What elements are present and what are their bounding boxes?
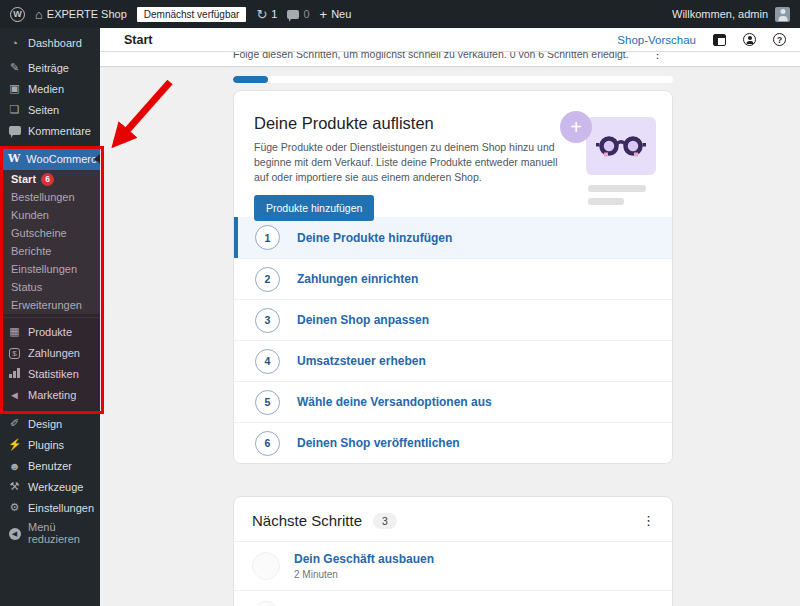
- next-steps-card: Nächste Schritte 3 ⋮ Dein Geschäft ausba…: [233, 496, 673, 606]
- hero-description: Füge Produkte oder Dienstleistungen zu d…: [254, 140, 559, 186]
- sidebar-subitem-berichte[interactable]: Berichte: [0, 242, 100, 260]
- sidebar-item-plugins[interactable]: ⚡ Plugins: [0, 434, 100, 455]
- comment-count: 0: [303, 8, 309, 20]
- placeholder-bar: [588, 198, 624, 205]
- products-icon: ▦: [8, 325, 21, 338]
- site-name-link[interactable]: ⌂ EXPERTE Shop: [35, 7, 127, 22]
- sidebar-item-comments[interactable]: Kommentare: [0, 120, 100, 141]
- payments-icon: $: [8, 346, 21, 359]
- placeholder-bar: [588, 185, 646, 192]
- admin-bar: W ⌂ EXPERTE Shop Demnächst verfügbar ↻ 1…: [0, 0, 800, 28]
- sidebar-subitem-kunden[interactable]: Kunden: [0, 206, 100, 224]
- list-products-hero: Deine Produkte auflisten Füge Produkte o…: [234, 91, 672, 217]
- sidebar-item-marketing[interactable]: ◄ Marketing: [0, 384, 100, 405]
- sidebar-item-benutzer[interactable]: ☻ Benutzer: [0, 455, 100, 476]
- wordpress-logo-icon[interactable]: W: [10, 7, 25, 22]
- posts-icon: ✎: [8, 61, 21, 74]
- main-content: Start Shop-Vorschau ? Folge diesen Schri…: [100, 28, 800, 606]
- sidebar-subitem-status[interactable]: Status: [0, 278, 100, 296]
- coming-soon-badge[interactable]: Demnächst verfügbar: [137, 7, 247, 22]
- step-set-up-payments[interactable]: 2 Zahlungen einrichten: [234, 258, 672, 299]
- step-add-products[interactable]: 1 Deine Produkte hinzufügen: [234, 217, 672, 258]
- new-label: Neu: [331, 8, 351, 20]
- sidebar-item-media[interactable]: ▣ Medien: [0, 78, 100, 99]
- sidebar-item-produkte[interactable]: ▦ Produkte: [0, 321, 100, 342]
- collapse-menu-button[interactable]: ◀ Menü reduzieren: [0, 522, 100, 543]
- pages-icon: ❏: [8, 103, 21, 116]
- comments-link[interactable]: 0: [287, 8, 309, 20]
- current-menu-arrow-icon: [94, 154, 100, 164]
- sidebar-subitem-start[interactable]: Start 6: [0, 170, 100, 188]
- avatar[interactable]: [775, 7, 790, 22]
- next-steps-kebab-icon[interactable]: ⋮: [642, 513, 656, 528]
- sidebar-item-design[interactable]: ✐ Design: [0, 413, 100, 434]
- task-circle-icon: [252, 601, 280, 606]
- users-icon: ☻: [8, 460, 21, 472]
- sidebar-item-werkzeuge[interactable]: ⚒ Werkzeuge: [0, 476, 100, 497]
- home-icon: ⌂: [35, 7, 43, 22]
- comments-icon: [8, 125, 21, 137]
- page-title: Start: [124, 33, 152, 47]
- woocommerce-header: Start Shop-Vorschau ?: [100, 28, 800, 52]
- task-circle-icon: [252, 552, 280, 580]
- sidebar-item-posts[interactable]: ✎ Beiträge: [0, 57, 100, 78]
- sidebar-subitem-bestellungen[interactable]: Bestellungen: [0, 188, 100, 206]
- new-content-link[interactable]: + Neu: [320, 7, 352, 22]
- site-name: EXPERTE Shop: [47, 8, 127, 20]
- tools-icon: ⚒: [8, 480, 21, 493]
- clipped-onboarding-banner: Folge diesen Schritten, um möglichst sch…: [100, 52, 800, 66]
- menu-separator: [0, 317, 100, 318]
- step-personalize-store[interactable]: 3 Deinen Shop anpassen: [234, 299, 672, 340]
- next-step-extensions[interactable]: Optimiere deinen Shop mit Erweiterungen: [234, 590, 672, 606]
- setup-tasks-card: Deine Produkte auflisten Füge Produkte o…: [233, 90, 673, 464]
- next-steps-title: Nächste Schritte: [252, 512, 362, 529]
- plus-circle-icon: +: [560, 111, 592, 143]
- setup-progress-fill: [233, 76, 268, 83]
- comments-icon: [287, 10, 299, 19]
- glasses-icon: [586, 117, 656, 175]
- step-collect-tax[interactable]: 4 Umsatzsteuer erheben: [234, 340, 672, 381]
- updates-link[interactable]: ↻ 1: [256, 7, 277, 22]
- plugins-icon: ⚡: [8, 438, 21, 451]
- step-launch-store[interactable]: 6 Deinen Shop veröffentlichen: [234, 422, 672, 463]
- store-panel-icon[interactable]: [713, 34, 726, 46]
- updates-icon: ↻: [256, 7, 267, 22]
- onboarding-progress-text: Folge diesen Schritten, um möglichst sch…: [233, 52, 629, 66]
- sidebar-item-pages[interactable]: ❏ Seiten: [0, 99, 100, 120]
- plus-icon: +: [320, 7, 328, 22]
- sidebar-item-statistiken[interactable]: Statistiken: [0, 363, 100, 384]
- analytics-icon: [8, 368, 21, 380]
- woocommerce-logo-icon: W: [8, 152, 20, 165]
- setup-progress-bar: [233, 76, 673, 83]
- sidebar-item-woocommerce[interactable]: W WooCommerce: [0, 147, 100, 170]
- sidebar-subitem-erweiterungen[interactable]: Erweiterungen: [0, 296, 100, 314]
- banner-kebab-icon[interactable]: ⋮: [652, 52, 663, 66]
- sidebar-subitem-gutscheine[interactable]: Gutscheine: [0, 224, 100, 242]
- media-icon: ▣: [8, 82, 21, 95]
- admin-menu: ◔ Dashboard ✎ Beiträge ▣ Medien ❏ Seiten…: [0, 28, 100, 606]
- add-products-button[interactable]: Produkte hinzufügen: [254, 195, 374, 221]
- help-icon[interactable]: ?: [773, 33, 786, 46]
- sidebar-subitem-einstellungen[interactable]: Einstellungen: [0, 260, 100, 278]
- appearance-icon: ✐: [8, 417, 21, 430]
- collapse-icon: ◀: [8, 526, 21, 540]
- next-step-grow-business[interactable]: Dein Geschäft ausbauen 2 Minuten: [234, 541, 672, 590]
- next-steps-count-badge: 3: [373, 513, 397, 529]
- marketing-icon: ◄: [8, 389, 21, 401]
- settings-icon: ⚙: [8, 501, 21, 514]
- step-shipping-options[interactable]: 5 Wähle deine Versandoptionen aus: [234, 381, 672, 422]
- sidebar-item-zahlungen[interactable]: $ Zahlungen: [0, 342, 100, 363]
- start-count-badge: 6: [41, 173, 54, 186]
- sidebar-item-einstellungen[interactable]: ⚙ Einstellungen: [0, 497, 100, 518]
- welcome-text[interactable]: Willkommen, admin: [672, 8, 768, 20]
- shop-preview-link[interactable]: Shop-Vorschau: [617, 34, 696, 46]
- setup-profile-icon[interactable]: [743, 33, 756, 46]
- sidebar-item-dashboard[interactable]: ◔ Dashboard: [0, 32, 100, 53]
- dashboard-icon: ◔: [8, 37, 21, 49]
- update-count: 1: [271, 8, 277, 20]
